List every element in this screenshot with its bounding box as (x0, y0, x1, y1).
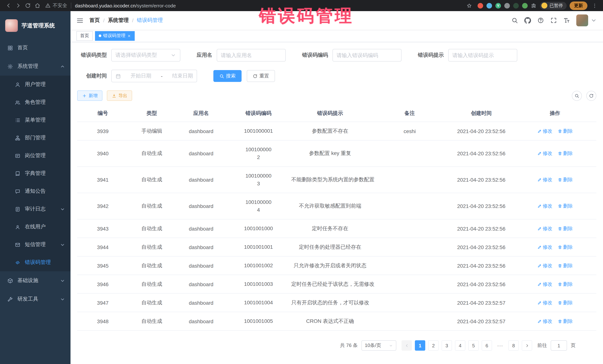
extension-icon[interactable] (477, 3, 483, 8)
error-type-select[interactable]: 请选择错误码类型 (111, 49, 180, 62)
reset-button[interactable]: 重置 (247, 70, 275, 82)
browser-back-button[interactable] (4, 1, 13, 10)
browser-menu-icon[interactable] (590, 1, 599, 10)
table-row: 3940 自动生成 dashboard 100100000 2 参数配置 key… (77, 140, 596, 167)
user-menu[interactable] (576, 14, 597, 26)
error-msg-input[interactable] (452, 52, 513, 58)
edit-link[interactable]: 修改 (537, 225, 552, 232)
next-page-button[interactable] (522, 340, 532, 351)
delete-link[interactable]: 删除 (557, 225, 573, 232)
sidebar-item-menus[interactable]: 菜单管理 (0, 111, 70, 129)
sidebar-item-posts[interactable]: 岗位管理 (0, 147, 70, 165)
page-button[interactable]: 6 (482, 340, 492, 351)
page-button[interactable]: 2 (428, 340, 439, 351)
cell-msg: 定时任务已经处于该状态，无需修改 (290, 275, 370, 293)
date-range-picker[interactable]: 开始日期 - 结束日期 (111, 70, 197, 82)
tab-error-code[interactable]: 错误码管理 (95, 31, 135, 41)
export-button[interactable]: 导出 (107, 90, 132, 101)
edit-link[interactable]: 修改 (537, 150, 552, 157)
sidebar-item-infrastructure[interactable]: 基础设施 (0, 271, 70, 290)
code-icon (15, 260, 20, 265)
fullscreen-icon[interactable] (550, 17, 557, 24)
edit-link[interactable]: 修改 (537, 176, 552, 183)
app-logo: 芋道管理系统 (0, 11, 70, 39)
page-button[interactable]: 5 (468, 340, 479, 351)
more-pages-button[interactable]: ··· (495, 340, 505, 351)
sidebar-item-online-users[interactable]: 在线用户 (0, 218, 70, 236)
search-button[interactable]: 搜索 (213, 70, 242, 82)
extension-icon[interactable] (487, 3, 492, 8)
font-size-icon[interactable] (563, 17, 570, 24)
page-button[interactable]: 3 (441, 340, 452, 351)
help-icon[interactable] (537, 17, 544, 24)
app-name-input[interactable] (221, 52, 282, 58)
edit-link[interactable]: 修改 (537, 203, 552, 210)
toggle-search-button[interactable] (572, 91, 582, 101)
delete-link[interactable]: 删除 (557, 281, 573, 287)
sidebar-item-audit-log[interactable]: 审计日志 (0, 200, 70, 218)
add-button[interactable]: 新增 (77, 90, 103, 101)
profile-chip[interactable]: 已暂停 (540, 2, 567, 10)
page-button[interactable]: 4 (455, 340, 465, 351)
breadcrumb-home[interactable]: 首页 (89, 17, 100, 24)
browser-reload-button[interactable] (23, 1, 33, 10)
edit-link[interactable]: 修改 (537, 128, 552, 134)
extension-icon[interactable] (513, 3, 519, 8)
delete-link[interactable]: 删除 (557, 262, 573, 269)
delete-link[interactable]: 删除 (557, 128, 573, 134)
extensions-puzzle-icon[interactable] (531, 3, 536, 8)
edit-link[interactable]: 修改 (537, 299, 552, 306)
trash-icon (557, 319, 562, 323)
search-icon[interactable] (511, 17, 518, 24)
sidebar-item-users[interactable]: 用户管理 (0, 76, 70, 93)
tab-home[interactable]: 首页 (76, 31, 93, 41)
extension-icon[interactable] (522, 3, 528, 8)
sidebar-item-departments[interactable]: 部门管理 (0, 129, 70, 147)
delete-link[interactable]: 删除 (557, 299, 573, 306)
close-icon[interactable] (127, 34, 131, 38)
delete-link[interactable]: 删除 (557, 203, 573, 210)
org-tree-icon (15, 135, 20, 141)
sidebar-item-dictionary[interactable]: 字典管理 (0, 165, 70, 182)
filter-error-type: 错误码类型 请选择错误码类型 (77, 49, 180, 62)
col-header-remark: 备注 (370, 105, 449, 122)
search-button-label: 搜索 (226, 73, 236, 79)
security-indicator[interactable]: 不安全 (45, 2, 67, 9)
edit-link[interactable]: 修改 (537, 318, 552, 325)
page-button[interactable]: 1 (415, 340, 425, 351)
page-size-select[interactable]: 10条/页 (361, 340, 396, 351)
filter-label: 错误码提示 (418, 52, 444, 59)
sidebar-collapse-button[interactable] (76, 17, 83, 24)
delete-link[interactable]: 删除 (557, 176, 573, 183)
bookmark-star-icon[interactable] (464, 1, 474, 10)
refresh-table-button[interactable] (586, 91, 596, 101)
users-icon (15, 99, 20, 105)
document-icon (15, 206, 20, 212)
sidebar-item-sms[interactable]: 短信管理 (0, 236, 70, 254)
edit-link[interactable]: 修改 (537, 281, 552, 287)
browser-update-button[interactable]: 更新 (570, 1, 587, 10)
sidebar-item-notices[interactable]: 通知公告 (0, 182, 70, 200)
cell-code: 100100000 4 (227, 193, 290, 219)
goto-page-input[interactable] (551, 340, 567, 351)
github-icon[interactable] (524, 17, 531, 24)
delete-link[interactable]: 删除 (557, 318, 573, 325)
page-button[interactable]: 8 (508, 340, 519, 351)
sidebar-item-error-code[interactable]: 错误码管理 (0, 254, 70, 271)
delete-link[interactable]: 删除 (557, 150, 573, 157)
extension-icon[interactable] (504, 3, 510, 8)
error-code-input[interactable] (336, 52, 397, 58)
prev-page-button[interactable] (402, 340, 412, 351)
extension-icon[interactable]: V (495, 3, 501, 8)
sidebar-item-system[interactable]: 系统管理 (0, 57, 70, 76)
breadcrumb-section[interactable]: 系统管理 (108, 17, 129, 24)
browser-forward-button[interactable] (13, 1, 23, 10)
cell-app: dashboard (175, 122, 227, 140)
sidebar-item-roles[interactable]: 角色管理 (0, 93, 70, 111)
sidebar-item-dev-tools[interactable]: 研发工具 (0, 290, 70, 309)
sidebar-item-home[interactable]: 首页 (0, 39, 70, 57)
edit-link[interactable]: 修改 (537, 244, 552, 250)
delete-link[interactable]: 删除 (557, 244, 573, 250)
edit-link[interactable]: 修改 (537, 262, 552, 269)
browser-home-button[interactable] (33, 1, 42, 10)
